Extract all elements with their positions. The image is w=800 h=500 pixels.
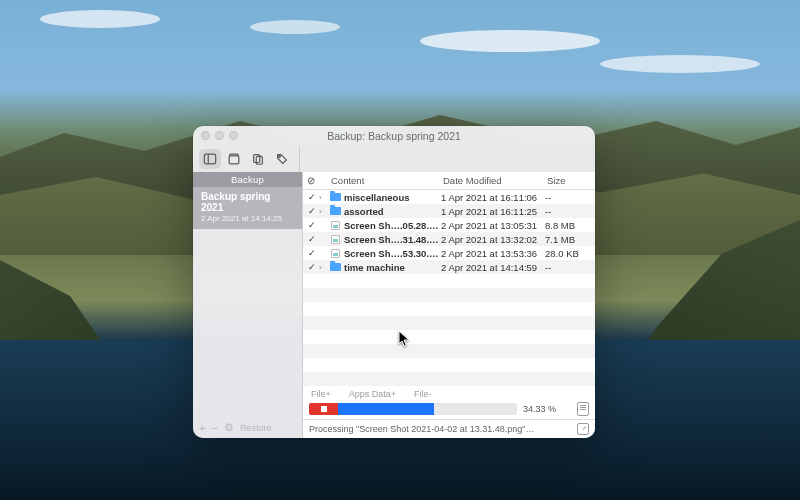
empty-row [303, 302, 595, 316]
row-checkbox[interactable]: ✓ [305, 206, 319, 216]
row-checkbox[interactable]: ✓ [305, 192, 319, 202]
close-button[interactable] [201, 131, 210, 140]
toolbar-divider [299, 146, 300, 172]
table-row[interactable]: ✓Screen Sh….05.28.png2 Apr 2021 at 13:05… [303, 218, 595, 232]
empty-row [303, 386, 595, 387]
toolbar-archive[interactable] [223, 149, 245, 169]
empty-row [303, 288, 595, 302]
progress-segment-stop[interactable] [309, 403, 338, 415]
col-check[interactable]: ⊘ [305, 175, 319, 186]
zoom-button[interactable] [229, 131, 238, 140]
row-size: -- [545, 206, 591, 217]
log-icon[interactable] [577, 402, 589, 416]
row-date: 2 Apr 2021 at 14:14:59 [441, 262, 545, 273]
empty-row [303, 344, 595, 358]
row-size: -- [545, 192, 591, 203]
desktop-wallpaper: Backup: Backup spring 2021 Backup Backup… [0, 0, 800, 500]
sidebar-heading: Backup [193, 172, 302, 187]
progress-legend: File+ Apps Data+ File- [303, 387, 595, 400]
row-date: 2 Apr 2021 at 13:32:02 [441, 234, 545, 245]
window-body: Backup Backup spring 2021 2 Apr 2021 at … [193, 172, 595, 438]
tag-icon [275, 152, 289, 166]
disclosure-arrow[interactable]: › [319, 263, 329, 272]
row-date: 1 Apr 2021 at 16:11:25 [441, 206, 545, 217]
table-row[interactable]: ✓›time machine2 Apr 2021 at 14:14:59-- [303, 260, 595, 274]
image-icon [331, 235, 340, 244]
window-title: Backup: Backup spring 2021 [327, 130, 461, 142]
minimize-button[interactable] [215, 131, 224, 140]
row-name: Screen Sh….05.28.png [344, 220, 441, 231]
status-text: Processing "Screen Shot 2021-04-02 at 13… [309, 424, 535, 434]
titlebar[interactable]: Backup: Backup spring 2021 [193, 126, 595, 146]
table-row[interactable]: ✓›miscellaneous1 Apr 2021 at 16:11:06-- [303, 190, 595, 204]
disclosure-arrow[interactable]: › [319, 207, 329, 216]
toolbar-copy[interactable] [247, 149, 269, 169]
progress-segment-done [338, 403, 434, 415]
image-icon [331, 221, 340, 230]
status-bar: Processing "Screen Shot 2021-04-02 at 13… [303, 419, 595, 438]
row-date: 2 Apr 2021 at 13:05:31 [441, 220, 545, 231]
svg-point-5 [279, 156, 281, 158]
main-panel: ⊘ Content Date Modified Size ✓›miscellan… [303, 172, 595, 438]
backup-window: Backup: Backup spring 2021 Backup Backup… [193, 126, 595, 438]
row-checkbox[interactable]: ✓ [305, 234, 319, 244]
col-content[interactable]: Content [329, 175, 441, 186]
row-checkbox[interactable]: ✓ [305, 248, 319, 258]
col-expand [319, 175, 329, 186]
add-backup-button[interactable]: + [199, 422, 205, 434]
empty-row [303, 358, 595, 372]
toolbar [193, 146, 595, 172]
wallpaper-cloud [420, 30, 600, 52]
restore-button[interactable]: Restore [240, 423, 272, 433]
sidebar-item-subtitle: 2 Apr 2021 at 14:14:25 [201, 214, 294, 223]
settings-button[interactable]: ⚙ [224, 421, 234, 434]
legend-file-plus: File+ [311, 389, 331, 399]
sidebar-item-backup[interactable]: Backup spring 2021 2 Apr 2021 at 14:14:2… [193, 187, 302, 229]
sidebar: Backup Backup spring 2021 2 Apr 2021 at … [193, 172, 303, 438]
progress-percent: 34.33 % [523, 404, 571, 414]
svg-rect-2 [229, 156, 239, 164]
empty-row [303, 330, 595, 344]
folder-icon [330, 207, 341, 215]
row-size: 28.0 KB [545, 248, 591, 259]
col-date-modified[interactable]: Date Modified [441, 175, 545, 186]
folder-icon [330, 193, 341, 201]
row-name: miscellaneous [344, 192, 441, 203]
row-checkbox[interactable]: ✓ [305, 220, 319, 230]
schedule-icon[interactable] [577, 423, 589, 435]
wallpaper-cloud [40, 10, 160, 28]
col-size[interactable]: Size [545, 175, 591, 186]
file-table[interactable]: ✓›miscellaneous1 Apr 2021 at 16:11:06--✓… [303, 190, 595, 387]
sidebar-item-title: Backup spring 2021 [201, 191, 294, 213]
empty-row [303, 274, 595, 288]
row-size: 8.8 MB [545, 220, 591, 231]
remove-backup-button[interactable]: − [211, 422, 217, 434]
sidebar-icon [203, 152, 217, 166]
table-row[interactable]: ✓›assorted1 Apr 2021 at 16:11:25-- [303, 204, 595, 218]
svg-rect-0 [204, 154, 215, 164]
row-checkbox[interactable]: ✓ [305, 262, 319, 272]
wallpaper-cloud [600, 55, 760, 73]
row-date: 1 Apr 2021 at 16:11:06 [441, 192, 545, 203]
traffic-lights [201, 131, 238, 140]
folder-icon [330, 263, 341, 271]
row-name: assorted [344, 206, 441, 217]
row-name: time machine [344, 262, 441, 273]
legend-file-minus: File- [414, 389, 432, 399]
toolbar-view-sidebar[interactable] [199, 149, 221, 169]
table-row[interactable]: ✓Screen Sh….31.48.png2 Apr 2021 at 13:32… [303, 232, 595, 246]
toolbar-tag[interactable] [271, 149, 293, 169]
legend-apps-data-plus: Apps Data+ [349, 389, 396, 399]
empty-row [303, 372, 595, 386]
progress-row: 34.33 % [303, 400, 595, 419]
archive-icon [227, 152, 241, 166]
row-size: -- [545, 262, 591, 273]
table-row[interactable]: ✓Screen Sh….53.30.png2 Apr 2021 at 13:53… [303, 246, 595, 260]
image-icon [331, 249, 340, 258]
table-header: ⊘ Content Date Modified Size [303, 172, 595, 190]
disclosure-arrow[interactable]: › [319, 193, 329, 202]
progress-bar [309, 403, 517, 415]
wallpaper-cloud [250, 20, 340, 34]
sidebar-footer: + − ⚙ Restore [193, 417, 302, 438]
row-date: 2 Apr 2021 at 13:53:36 [441, 248, 545, 259]
